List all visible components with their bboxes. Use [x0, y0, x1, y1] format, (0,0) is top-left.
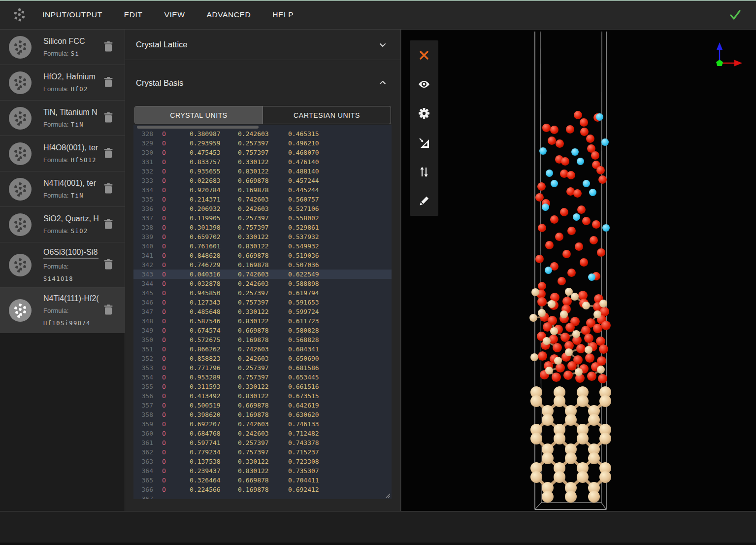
sidebar-item[interactable]: Hf4O8(001), terFormula: Hf5O12 [0, 136, 125, 171]
atom-oxygen [591, 151, 599, 160]
menu-edit[interactable]: EDIT [124, 10, 143, 19]
basis-row: 357O0.5005190.6698780.642619 [133, 401, 392, 410]
sidebar-item[interactable]: Silicon FCCFormula: Si [0, 30, 125, 65]
atom-silicon-small [565, 348, 573, 356]
delete-material-button[interactable] [102, 303, 115, 318]
delete-material-button[interactable] [102, 110, 115, 126]
menu-input-output[interactable]: INPUT/OUTPUT [42, 10, 102, 19]
basis-row: 328O0.3809870.2426030.465315 [133, 129, 392, 138]
menu-advanced[interactable]: ADVANCED [206, 10, 251, 19]
basis-row: 365O0.3264640.6698780.704411 [133, 476, 392, 485]
swap-axes-button[interactable] [410, 157, 438, 186]
delete-material-button[interactable] [102, 146, 115, 161]
atom-silicon-small [585, 346, 592, 354]
delete-material-button[interactable] [102, 217, 115, 232]
atom-oxygen [552, 373, 561, 382]
visibility-button[interactable] [410, 69, 438, 99]
atom-silicon-small [571, 293, 579, 301]
basis-row: 339O0.6597020.3301220.537932 [133, 232, 392, 241]
delete-material-button[interactable] [102, 75, 115, 90]
materials-designer-app: INPUT/OUTPUT EDIT VIEW ADVANCED HELP Sil… [0, 0, 756, 545]
material-title: Hf4O8(001), ter [43, 143, 99, 152]
material-meta: TiN, Titanium NFormula: TiN [43, 108, 99, 129]
basis-row: 356O0.4134920.8301220.673515 [133, 391, 392, 401]
basis-row: 335O0.2143710.7426030.560757 [133, 195, 392, 204]
material-editor-panel: Crystal Lattice Crystal Basis CRYSTAL UN… [125, 30, 401, 511]
material-avatar [9, 254, 32, 276]
chevron-up-icon[interactable] [377, 77, 389, 89]
formula-label: Formula: [43, 156, 68, 164]
sidebar-item[interactable]: N4Ti4(001), terFormula: TiN [0, 171, 125, 207]
editor-resize-grip[interactable] [385, 492, 391, 498]
atom-hafnium [542, 204, 549, 211]
basis-row: 344O0.0328780.2426030.588898 [133, 279, 392, 288]
atom-oxygen [535, 193, 544, 202]
atom-silicon [599, 395, 611, 407]
crystal-lattice-title: Crystal Lattice [136, 40, 188, 49]
atom-silicon [530, 395, 542, 407]
materials-list-sidebar: Silicon FCCFormula: Si HfO2, HafniumForm… [0, 30, 125, 511]
atom-oxygen [561, 157, 569, 166]
atom-oxygen [567, 171, 575, 179]
chevron-down-icon[interactable] [377, 39, 389, 51]
atom-oxygen [548, 136, 556, 145]
atom-silicon [542, 452, 554, 464]
atom-silicon-small [599, 300, 607, 307]
close-button[interactable] [410, 40, 438, 69]
trash-icon [103, 304, 114, 315]
formula-label: Formula: [43, 262, 68, 270]
atom-hafnium [571, 148, 579, 156]
atom-hafnium [589, 189, 596, 196]
structure-3d-viewport[interactable] [401, 30, 756, 511]
tab-crystal-units[interactable]: CRYSTAL UNITS [135, 106, 263, 124]
delete-material-button[interactable] [102, 257, 115, 272]
material-avatar [9, 178, 32, 201]
atom-oxygen [585, 353, 594, 363]
sidebar-item[interactable]: SiO2, Quartz, HFormula: SiO2 [0, 207, 125, 242]
atom-oxygen [550, 215, 559, 224]
sidebar-item[interactable]: N4Ti4(111)-Hf2(Formula: Hf10Si99O74 [0, 288, 125, 333]
basis-coordinates-editor[interactable]: 328O0.3809870.2426030.465315329O0.293959… [133, 125, 392, 499]
atom-silicon-small [582, 302, 590, 309]
edit-structure-button[interactable] [410, 187, 438, 216]
delete-material-button[interactable] [102, 39, 115, 55]
measure-button[interactable] [410, 128, 438, 157]
basis-row: 333O0.0226830.6698780.457244 [133, 176, 392, 185]
atom-silicon [565, 414, 577, 426]
menu-help[interactable]: HELP [272, 10, 294, 19]
crystal-basis-section-header[interactable]: Crystal Basis [125, 60, 400, 105]
settings-button[interactable] [410, 99, 438, 128]
sidebar-item[interactable]: TiN, Titanium NFormula: TiN [0, 101, 125, 136]
atom-oxygen [584, 334, 593, 343]
basis-row: 361O0.5977410.2573970.743378 [133, 438, 392, 447]
basis-row: 348O0.5875460.8301220.611723 [133, 316, 392, 326]
material-title: TiN, Titanium N [43, 108, 99, 117]
editor-scrollbar-thumb[interactable] [137, 126, 259, 129]
material-meta: Silicon FCCFormula: Si [43, 37, 99, 58]
atom-oxygen [535, 255, 544, 263]
gear-icon [418, 107, 430, 120]
menu-view[interactable]: VIEW [164, 10, 185, 19]
basis-row: 337O0.1199050.2573970.558002 [133, 213, 392, 223]
atom-oxygen [574, 111, 582, 119]
basis-row: 346O0.1273430.7573970.591653 [133, 298, 392, 307]
basis-row: 345O0.9458500.2573970.619794 [133, 288, 392, 298]
sidebar-item[interactable]: HfO2, HafniumFormula: HfO2 [0, 65, 125, 101]
crystal-lattice-section-header[interactable]: Crystal Lattice [125, 30, 400, 60]
material-meta: N4Ti4(001), terFormula: TiN [43, 179, 99, 200]
trash-icon [103, 111, 114, 123]
delete-material-button[interactable] [102, 181, 115, 197]
atom-silicon-small [531, 288, 539, 296]
atom-oxygen [566, 125, 574, 134]
tab-cartesian-units[interactable]: CARTESIAN UNITS [263, 106, 391, 124]
atom-oxygen [586, 135, 594, 143]
sidebar-item[interactable]: O6Si3(100)-Si8Formula: Si41O18 [0, 242, 125, 288]
atom-silicon [542, 491, 554, 503]
viewer-toolbar [410, 40, 438, 216]
atom-silicon-small [530, 353, 538, 361]
basis-row: 352O0.8588230.2426030.650690 [133, 354, 392, 363]
basis-row: 353O0.7717960.2573970.681586 [133, 363, 392, 373]
atom-oxygen [593, 324, 602, 333]
material-avatar [9, 142, 32, 165]
basis-row: 364O0.2394370.8301220.735307 [133, 466, 392, 476]
